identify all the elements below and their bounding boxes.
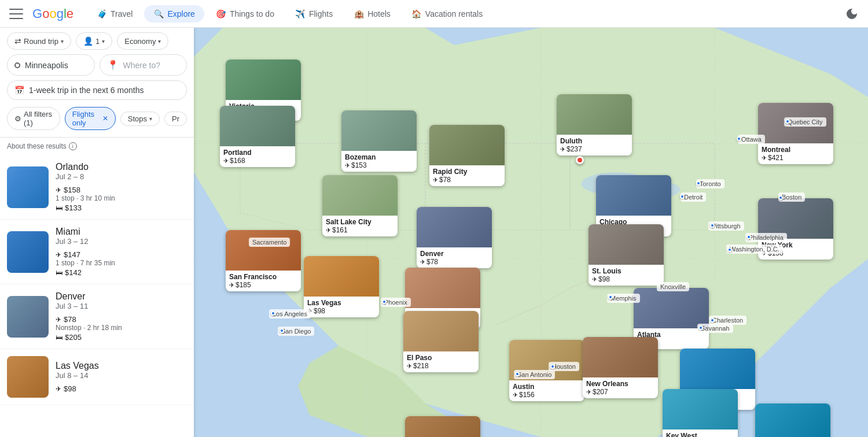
stops-chip[interactable]: Stops ▾ <box>120 112 160 126</box>
result-info: Las Vegas Jul 8 – 14 ✈ $98 <box>49 361 187 393</box>
explore-icon: 🔍 <box>153 9 164 19</box>
result-card-miami[interactable]: Miami Jul 3 – 12 ✈ $147 1 stop · 7 hr 35… <box>0 220 194 284</box>
result-card-denver[interactable]: Denver Jul 3 – 11 ✈ $78 Nonstop · 2 hr 1… <box>0 284 194 349</box>
nav-tab-flights[interactable]: ✈️ Flights <box>286 5 342 23</box>
result-image <box>7 231 49 273</box>
results-list: Orlando Jul 2 – 8 ✈ $158 1 stop · 3 hr 1… <box>0 155 194 437</box>
map-label-ottawa[interactable]: Ottawa <box>738 135 765 144</box>
cabin-dropdown[interactable]: Economy ▾ <box>117 32 168 50</box>
result-card-las-vegas[interactable]: Las Vegas Jul 8 – 14 ✈ $98 <box>0 349 194 405</box>
memphis-dot[interactable] <box>608 295 613 299</box>
trip-type-label: Round trip <box>24 37 58 46</box>
things-icon: 🎯 <box>216 9 226 19</box>
result-hotel-price: 🛏 $142 <box>56 268 180 277</box>
calendar-icon: 📅 <box>14 86 24 95</box>
destination-placeholder: Where to? <box>123 61 161 70</box>
nav-tab-vacation-label: Vacation rentals <box>425 9 483 18</box>
nav-tab-hotels-label: Hotels <box>367 9 391 18</box>
map-label-nville[interactable]: Knoxville <box>657 282 689 291</box>
philadelphia-dot[interactable] <box>746 235 751 239</box>
flight-price-value: $98 <box>64 384 76 393</box>
passengers-dropdown[interactable]: 👤 1 ▾ <box>76 32 112 50</box>
result-dates: Jul 2 – 8 <box>56 172 180 181</box>
toronto-dot[interactable] <box>696 181 701 186</box>
flight-price-value: $158 <box>64 186 80 194</box>
plane-icon: ✈ <box>56 385 61 393</box>
detroit-dot[interactable] <box>680 194 685 199</box>
boston-dot[interactable] <box>778 195 783 200</box>
trip-type-dropdown[interactable]: ⇄ Round trip ▾ <box>7 32 71 50</box>
filters-row: ⚙ All filters (1) Flights only ✕ Stops ▾… <box>7 105 187 132</box>
flight-price-value: $147 <box>64 250 80 259</box>
nav-tab-things-label: Things to do <box>230 9 274 18</box>
flights-icon: ✈️ <box>295 9 306 19</box>
quebec-dot[interactable] <box>785 119 790 124</box>
nav-tab-travel-label: Travel <box>111 9 133 18</box>
result-image <box>7 356 49 398</box>
charleston-dot[interactable] <box>710 318 715 323</box>
stops-label: Stops <box>128 114 147 123</box>
map-area[interactable]: Victoria ✈ $305 Portland ✈ $168 Bozeman <box>194 28 868 437</box>
nav-tab-travel[interactable]: 🧳 Travel <box>87 5 142 23</box>
result-flight-detail: 1 stop · 7 hr 35 min <box>56 259 180 267</box>
washington-dot[interactable] <box>727 247 732 252</box>
search-row: Minneapolis 📍 Where to? <box>7 54 187 76</box>
houston-dot[interactable] <box>550 364 555 369</box>
nav-tabs: 🧳 Travel 🔍 Explore 🎯 Things to do ✈️ Fli… <box>87 5 492 23</box>
map-label-washington[interactable]: Washington, D.C. <box>726 245 783 254</box>
map-label-san_antonio[interactable]: San Antonio <box>514 370 555 379</box>
los-angeles-dot[interactable] <box>271 311 275 316</box>
san-diego-dot[interactable] <box>279 328 284 333</box>
ottawa-dot[interactable] <box>737 136 741 141</box>
map-label-sacramento[interactable]: Sacramento <box>249 238 290 247</box>
nav-tab-vacation[interactable]: 🏠 Vacation rentals <box>402 5 492 23</box>
nav-tab-explore-label: Explore <box>167 9 194 18</box>
dark-mode-button[interactable] <box>845 7 859 21</box>
filter-icon: ⚙ <box>14 114 21 123</box>
origin-input[interactable]: Minneapolis <box>7 54 95 76</box>
plane-icon: ✈ <box>56 251 61 259</box>
result-dates: Jul 3 – 11 <box>56 302 180 310</box>
price-label: Pr <box>172 114 179 123</box>
pittsburgh-dot[interactable] <box>710 223 715 228</box>
origin-text: Minneapolis <box>25 61 68 70</box>
hamburger-menu[interactable] <box>9 7 23 21</box>
savannah-dot[interactable] <box>698 325 703 330</box>
result-flight-price: ✈ $98 <box>56 384 180 393</box>
all-filters-label: All filters (1) <box>24 110 53 127</box>
hotel-price-value: $133 <box>65 203 82 212</box>
san-antonio-dot[interactable] <box>515 372 520 376</box>
all-filters-chip[interactable]: ⚙ All filters (1) <box>7 107 60 130</box>
phoenix-dot[interactable] <box>382 299 387 304</box>
result-card-orlando[interactable]: Orlando Jul 2 – 8 ✈ $158 1 stop · 3 hr 1… <box>0 155 194 220</box>
travel-icon: 🧳 <box>97 9 107 19</box>
about-results: About these results i <box>0 138 194 155</box>
result-flight-price: ✈ $78 <box>56 315 180 324</box>
result-info: Denver Jul 3 – 11 ✈ $78 Nonstop · 2 hr 1… <box>49 291 187 342</box>
map-label-quebec[interactable]: Quebec City <box>784 117 826 127</box>
bed-icon: 🛏 <box>56 204 62 212</box>
hotel-price-value: $205 <box>65 333 82 342</box>
map-label-philadelphia[interactable]: Philadelphia <box>745 233 787 242</box>
trip-type-arrow: ▾ <box>61 38 64 45</box>
origin-dot-icon <box>14 62 20 68</box>
map-background: Victoria ✈ $305 Portland ✈ $168 Bozeman <box>194 28 868 437</box>
google-logo: Google <box>32 6 73 21</box>
nav-tab-explore[interactable]: 🔍 Explore <box>144 5 204 23</box>
nav-tab-hotels[interactable]: 🏨 Hotels <box>344 5 400 23</box>
destination-input[interactable]: 📍 Where to? <box>100 54 187 76</box>
passengers-arrow: ▾ <box>102 38 105 45</box>
cabin-label: Economy <box>124 37 156 46</box>
result-info: Miami Jul 3 – 12 ✈ $147 1 stop · 7 hr 35… <box>49 227 187 277</box>
hotels-icon: 🏨 <box>354 9 364 19</box>
date-selector[interactable]: 📅 1-week trip in the next 6 months <box>7 80 187 100</box>
passengers-label: 1 <box>95 37 100 46</box>
flights-only-chip[interactable]: Flights only ✕ <box>65 107 116 130</box>
info-icon[interactable]: i <box>69 142 77 150</box>
nav-tab-things[interactable]: 🎯 Things to do <box>207 5 284 23</box>
result-city-name: Miami <box>56 227 180 237</box>
price-chip[interactable]: Pr <box>164 112 187 126</box>
about-text[interactable]: About these results <box>7 142 67 150</box>
flights-only-close-icon[interactable]: ✕ <box>102 114 108 123</box>
result-dates: Jul 3 – 12 <box>56 237 180 246</box>
